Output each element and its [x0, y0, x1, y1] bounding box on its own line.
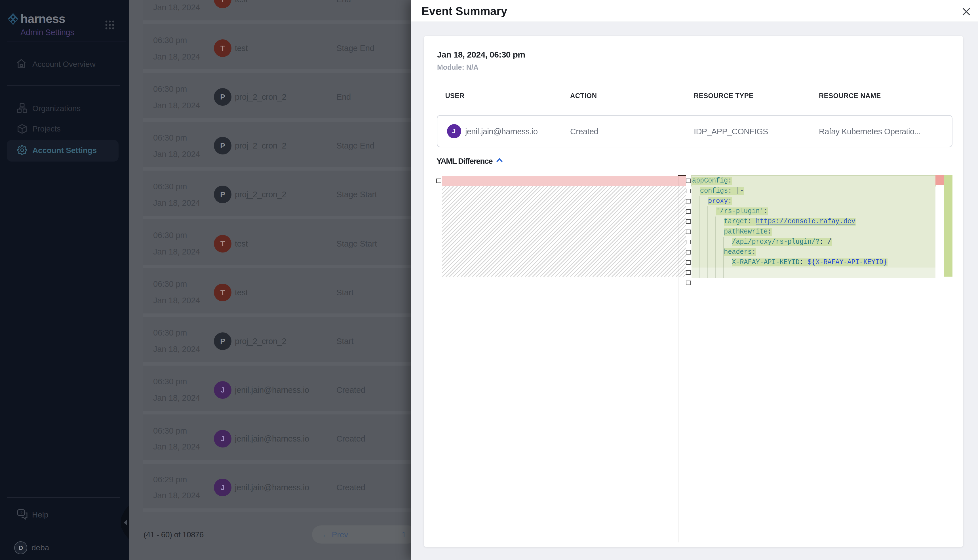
svg-text:?: ? — [20, 510, 22, 515]
